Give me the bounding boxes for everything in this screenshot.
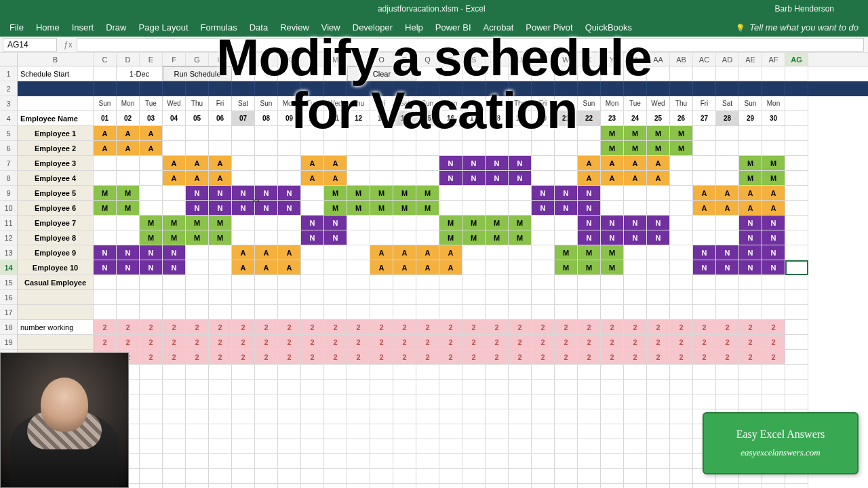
sum-20-4[interactable]: 2 [186,350,209,365]
shift-6-7[interactable] [255,141,278,156]
shift-11-20[interactable] [555,216,578,230]
c[interactable] [624,290,647,305]
shift-7-3[interactable]: A [163,156,186,171]
c[interactable] [209,454,232,469]
numwork-25[interactable]: 2 [670,320,693,335]
c[interactable] [140,424,163,439]
shift-9-18[interactable] [509,186,532,201]
numwork-12[interactable]: 2 [370,320,393,335]
ribbon-tab-developer[interactable]: Developer [353,22,393,33]
c[interactable] [163,454,186,469]
c[interactable] [486,66,509,81]
sum-20-20[interactable]: 2 [555,350,578,365]
shift-12-14[interactable] [416,230,439,245]
col-header-T[interactable]: T [486,53,509,66]
shift-14-25[interactable] [670,260,693,275]
shift-9-20[interactable]: N [555,186,578,201]
shift-11-9[interactable]: N [301,216,324,230]
shift-8-15[interactable]: N [439,171,462,186]
schedule-start-label[interactable]: Schedule Start [18,66,94,81]
ribbon-tab-formulas[interactable]: Formulas [201,22,237,33]
col-header-G[interactable]: G [186,53,209,66]
formula-bar[interactable] [77,38,864,52]
ribbon-tab-page-layout[interactable]: Page Layout [139,22,189,33]
sum-19-22[interactable]: 2 [601,335,624,350]
day-name-27[interactable]: Sat [716,96,739,111]
shift-10-22[interactable] [601,201,624,216]
shift-11-16[interactable]: M [462,216,486,230]
c[interactable] [209,380,232,394]
shift-12-4[interactable]: M [186,230,209,245]
shift-6-4[interactable] [186,141,209,156]
row-header-12[interactable]: 12 [0,230,18,245]
c[interactable] [462,409,486,424]
c[interactable] [509,290,532,305]
c[interactable] [739,394,762,409]
c[interactable] [578,439,601,454]
c[interactable] [486,305,509,320]
shift-6-22[interactable]: M [601,141,624,156]
day-name-25[interactable]: Thu [670,96,693,111]
c[interactable] [532,424,555,439]
shift-14-17[interactable] [486,260,509,275]
c[interactable] [393,394,416,409]
shift-6-27[interactable] [716,141,739,156]
sum-19-21[interactable]: 2 [578,335,601,350]
sum-20-23[interactable]: 2 [624,350,647,365]
sum-20-2[interactable]: 2 [140,350,163,365]
shift-14-8[interactable]: A [278,260,301,275]
shift-10-28[interactable]: A [739,201,762,216]
sum-19-19[interactable]: 2 [532,335,555,350]
shift-13-7[interactable]: A [255,245,278,260]
shift-13-26[interactable]: N [693,245,716,260]
sum-20-26[interactable]: 2 [693,350,716,365]
c[interactable] [486,290,509,305]
shift-9-23[interactable] [624,186,647,201]
day-name-8[interactable]: Mon [278,96,301,111]
date-29[interactable]: 29 [739,111,762,126]
date-26[interactable]: 26 [670,111,693,126]
col-header-S[interactable]: S [462,53,486,66]
navy-cell[interactable] [163,81,186,96]
c[interactable] [509,365,532,380]
c[interactable] [647,469,670,484]
shift-11-24[interactable]: N [647,216,670,230]
c[interactable] [324,66,347,81]
shift-8-22[interactable]: A [601,171,624,186]
day-name-19[interactable]: Fri [532,96,555,111]
navy-cell[interactable] [555,81,578,96]
c[interactable] [670,365,693,380]
sum-19-14[interactable]: 2 [416,335,439,350]
c[interactable] [232,275,255,290]
shift-13-17[interactable] [486,245,509,260]
shift-9-28[interactable]: A [739,186,762,201]
col-header-K[interactable]: K [278,53,301,66]
date-06[interactable]: 06 [209,111,232,126]
c[interactable] [555,424,578,439]
shift-10-8[interactable]: N [278,201,301,216]
col-header-P[interactable]: P [393,53,416,66]
shift-11-2[interactable]: M [140,216,163,230]
date-05[interactable]: 05 [186,111,209,126]
c[interactable] [555,409,578,424]
c[interactable] [439,409,462,424]
c[interactable] [601,290,624,305]
shift-12-11[interactable] [347,230,370,245]
numwork-8[interactable]: 2 [278,320,301,335]
shift-8-0[interactable] [94,171,117,186]
c[interactable] [186,439,209,454]
c[interactable] [140,275,163,290]
shift-6-18[interactable] [509,141,532,156]
col-header-M[interactable]: M [324,53,347,66]
date-01[interactable]: 01 [94,111,117,126]
c[interactable] [209,394,232,409]
navy-cell[interactable] [301,81,324,96]
c[interactable] [347,409,370,424]
shift-13-24[interactable] [647,245,670,260]
c[interactable] [393,305,416,320]
sum-19-20[interactable]: 2 [555,335,578,350]
shift-12-22[interactable]: N [601,230,624,245]
shift-7-20[interactable] [555,156,578,171]
c[interactable] [739,380,762,394]
employee-6[interactable]: Employee 6 [18,201,94,216]
